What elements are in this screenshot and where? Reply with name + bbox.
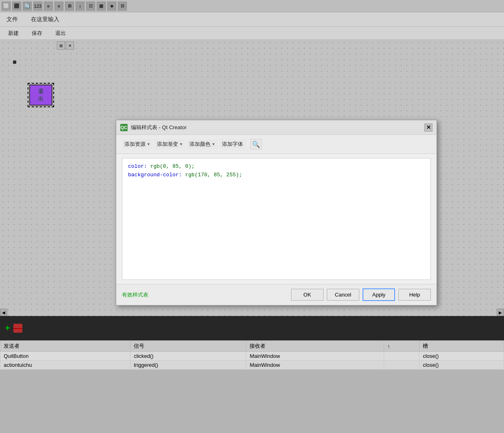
add-font-label: 添加字体	[222, 141, 243, 148]
code-line-2: background-color: rgb(170, 85, 255);	[128, 171, 425, 180]
dialog-title-text: 编辑样式表 - Qt Creator	[131, 124, 421, 131]
add-resource-label: 添加资源	[124, 141, 146, 148]
add-gradient-label: 添加渐变	[157, 141, 178, 148]
add-gradient-arrow: ▼	[179, 142, 183, 146]
add-gradient-button[interactable]: 添加渐变 ▼	[154, 139, 185, 149]
css-property-color: color:	[128, 163, 147, 169]
dialog-close-button[interactable]: ✕	[424, 123, 432, 132]
search-icon-button[interactable]: 🔍	[250, 139, 262, 149]
valid-style-label: 有效样式表	[122, 291, 288, 299]
dialog-toolbar: 添加资源 ▼ 添加渐变 ▼ 添加颜色 ▼ 添加字体 🔍	[116, 135, 437, 154]
add-font-button[interactable]: 添加字体	[219, 139, 245, 149]
dialog-footer: 有效样式表 OK Cancel Apply Help	[116, 284, 437, 305]
code-line-1: color: rgb(0, 85, 0);	[128, 162, 425, 171]
code-editor[interactable]: color: rgb(0, 85, 0); background-color: …	[122, 158, 431, 280]
stylesheet-dialog: QC 编辑样式表 - Qt Creator ✕ 添加资源 ▼ 添加渐变 ▼ 添加…	[116, 120, 437, 305]
add-color-label: 添加颜色	[189, 141, 211, 148]
add-resource-arrow: ▼	[147, 142, 150, 146]
css-value-bg: rgb(170, 85, 255);	[185, 172, 242, 178]
ok-button[interactable]: OK	[291, 289, 324, 301]
css-property-bg: background-color:	[128, 172, 182, 178]
apply-button[interactable]: Apply	[363, 288, 395, 301]
add-color-arrow: ▼	[212, 142, 215, 146]
cancel-button[interactable]: Cancel	[327, 289, 359, 301]
dialog-titlebar: QC 编辑样式表 - Qt Creator ✕	[116, 120, 437, 135]
dialog-title-icon: QC	[120, 124, 128, 131]
help-button[interactable]: Help	[398, 289, 431, 301]
css-value-color: rgb(0, 85, 0);	[150, 163, 195, 169]
add-color-button[interactable]: 添加颜色 ▼	[187, 139, 218, 149]
add-resource-button[interactable]: 添加资源 ▼	[122, 139, 153, 149]
search-icon: 🔍	[252, 141, 260, 148]
